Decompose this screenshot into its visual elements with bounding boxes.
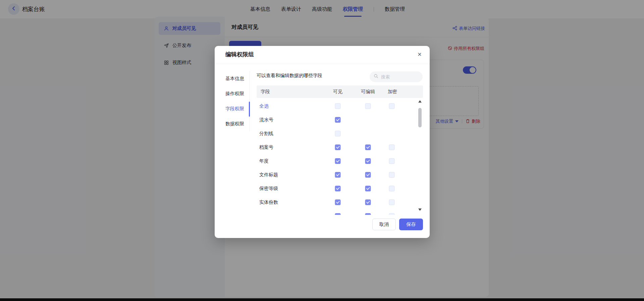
checkbox-encrypted[interactable] — [389, 144, 395, 150]
field-row: 保密等级 — [257, 182, 417, 195]
checkbox-visible[interactable] — [335, 144, 341, 150]
modal-title: 编辑权限组 — [225, 51, 254, 58]
checkbox-editable[interactable] — [365, 213, 371, 215]
checkbox-encrypted[interactable] — [389, 172, 395, 178]
search-icon — [374, 74, 378, 80]
modal-nav: 基本信息操作权限字段权限数据权限 — [215, 71, 250, 131]
checkbox-editable[interactable] — [365, 172, 371, 178]
modal-nav-item-1[interactable]: 操作权限 — [215, 86, 250, 101]
column-visible: 可见 — [333, 89, 342, 95]
checkbox-encrypted[interactable] — [389, 158, 395, 164]
checkbox-encrypted[interactable] — [389, 103, 395, 109]
checkbox-visible[interactable] — [335, 199, 341, 205]
checkbox-visible[interactable] — [335, 213, 341, 215]
field-row: 档案号 — [257, 140, 417, 154]
field-label: 实体份数 — [259, 199, 278, 205]
scroll-down-icon[interactable] — [418, 208, 422, 211]
edit-permission-group-modal: 编辑权限组 ✕ 基本信息操作权限字段权限数据权限 可以查看和编辑数据的哪些字段 … — [215, 46, 430, 238]
field-row: 实体份数 — [257, 195, 417, 209]
checkbox-visible[interactable] — [335, 186, 341, 191]
field-label: 文件标题 — [259, 172, 278, 178]
field-row: 分割线 — [257, 127, 417, 140]
checkbox-visible[interactable] — [335, 158, 341, 164]
search-box — [370, 71, 423, 82]
field-row: 文件标题 — [257, 168, 417, 182]
save-button[interactable]: 保存 — [399, 219, 423, 230]
field-row: 流水号 — [257, 113, 417, 127]
field-label: 年度 — [259, 158, 269, 164]
modal-nav-item-3[interactable]: 数据权限 — [215, 116, 250, 131]
scrollbar — [418, 99, 422, 215]
select-all-link[interactable]: 全选 — [259, 103, 269, 109]
modal-nav-divider — [250, 71, 250, 131]
checkbox-encrypted[interactable] — [389, 199, 395, 205]
column-editable: 可编辑 — [361, 89, 375, 95]
checkbox-visible[interactable] — [335, 117, 341, 123]
column-encrypted: 加密 — [388, 89, 397, 95]
fields-heading: 可以查看和编辑数据的哪些字段 — [257, 73, 322, 79]
field-label: 分割线 — [259, 131, 273, 137]
checkbox-visible[interactable] — [335, 172, 341, 178]
modal-nav-active-indicator — [249, 102, 250, 117]
checkbox-encrypted[interactable] — [389, 213, 395, 215]
checkbox-encrypted[interactable] — [389, 186, 395, 191]
checkbox-editable[interactable] — [365, 103, 371, 109]
checkbox-editable[interactable] — [365, 186, 371, 191]
modal-nav-item-0[interactable]: 基本信息 — [215, 71, 250, 86]
scroll-up-icon[interactable] — [418, 100, 422, 103]
field-row: 全选 — [257, 99, 417, 113]
field-row — [257, 209, 417, 215]
checkbox-visible[interactable] — [335, 131, 341, 136]
column-field: 字段 — [261, 89, 270, 95]
checkbox-editable[interactable] — [365, 144, 371, 150]
field-table-header: 字段 可见 可编辑 加密 — [257, 85, 423, 98]
field-label: 档案号 — [259, 144, 273, 150]
cancel-button[interactable]: 取消 — [372, 219, 396, 230]
modal-nav-item-2[interactable]: 字段权限 — [215, 101, 250, 116]
checkbox-editable[interactable] — [365, 158, 371, 164]
checkbox-visible[interactable] — [335, 103, 341, 109]
checkbox-editable[interactable] — [365, 199, 371, 205]
search-input[interactable] — [380, 74, 415, 80]
modal-header-divider — [215, 64, 430, 64]
field-list: 全选流水号分割线档案号年度文件标题保密等级实体份数 — [257, 99, 417, 215]
field-label: 流水号 — [259, 117, 273, 123]
field-label: 保密等级 — [259, 186, 278, 192]
scrollbar-thumb[interactable] — [418, 108, 422, 127]
close-icon[interactable]: ✕ — [416, 50, 424, 58]
field-row: 年度 — [257, 154, 417, 168]
app-root: 档案台账 基本信息表单设计高级功能权限管理数据管理 对成员可见公开发布视图样式 … — [0, 0, 644, 301]
